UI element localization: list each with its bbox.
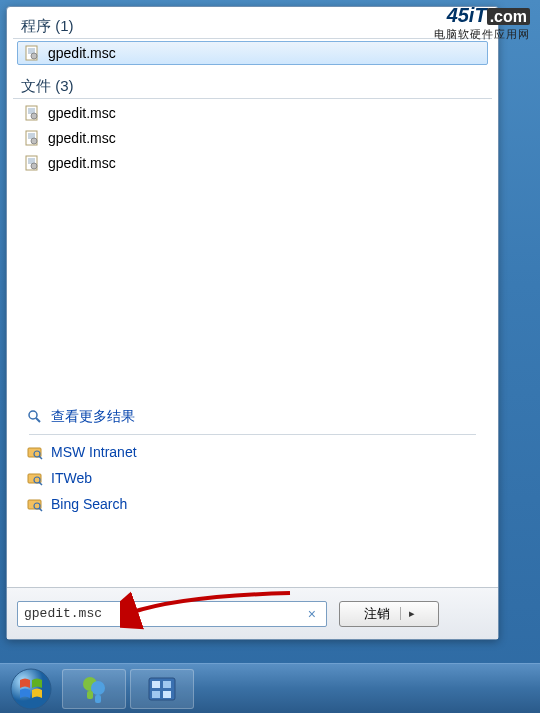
svg-rect-35 [95, 695, 101, 703]
search-folder-icon [27, 470, 43, 486]
search-input[interactable] [24, 606, 304, 621]
divider [29, 434, 476, 435]
start-menu-panel: 程序 (1) gpedit.msc 文件 (3) gpedit.msc [6, 6, 499, 640]
windows-orb-icon [10, 668, 52, 710]
messenger-icon [79, 674, 109, 704]
taskbar-app-switcher[interactable] [130, 669, 194, 709]
msc-file-icon [24, 45, 40, 61]
link-label: 查看更多结果 [51, 408, 135, 426]
search-folder-icon [27, 444, 43, 460]
svg-line-30 [39, 508, 42, 511]
clear-search-icon[interactable]: × [304, 606, 320, 622]
links-section: 查看更多结果 MSW Intranet ITWeb [19, 404, 486, 517]
svg-point-20 [29, 411, 37, 419]
logout-arrow-icon[interactable]: ▸ [400, 607, 415, 620]
svg-point-9 [31, 113, 37, 119]
link-label: Bing Search [51, 496, 127, 512]
file-result-item[interactable]: gpedit.msc [17, 126, 488, 150]
link-label: MSW Intranet [51, 444, 137, 460]
start-menu-bottom-bar: × 注销 ▸ [7, 587, 498, 639]
see-more-results-link[interactable]: 查看更多结果 [19, 404, 486, 430]
svg-rect-37 [152, 681, 160, 688]
watermark-subtitle: 电脑软硬件应用网 [434, 27, 530, 42]
svg-point-33 [91, 681, 105, 695]
taskbar [0, 663, 540, 713]
search-provider-link[interactable]: MSW Intranet [19, 439, 486, 465]
search-box[interactable]: × [17, 601, 327, 627]
svg-rect-38 [163, 681, 171, 688]
files-section-header: 文件 (3) [13, 73, 492, 99]
svg-rect-40 [163, 691, 171, 698]
svg-point-31 [11, 669, 51, 709]
magnifier-icon [27, 409, 43, 425]
logout-button[interactable]: 注销 ▸ [339, 601, 439, 627]
svg-point-19 [31, 163, 37, 169]
svg-line-27 [39, 482, 42, 485]
svg-rect-34 [87, 691, 93, 699]
program-result-item[interactable]: gpedit.msc [17, 41, 488, 65]
search-provider-link[interactable]: ITWeb [19, 465, 486, 491]
svg-point-4 [31, 53, 37, 59]
watermark-brand: 45iT [447, 4, 487, 26]
result-label: gpedit.msc [48, 155, 116, 171]
file-result-item[interactable]: gpedit.msc [17, 101, 488, 125]
link-label: ITWeb [51, 470, 92, 486]
svg-line-21 [36, 418, 40, 422]
watermark: 45iT.com 电脑软硬件应用网 [434, 4, 530, 42]
logout-label: 注销 [364, 605, 390, 623]
taskbar-app-messenger[interactable] [62, 669, 126, 709]
watermark-suffix: .com [487, 8, 530, 25]
programs-section-header: 程序 (1) [13, 13, 492, 39]
svg-point-14 [31, 138, 37, 144]
result-label: gpedit.msc [48, 130, 116, 146]
file-result-item[interactable]: gpedit.msc [17, 151, 488, 175]
start-button[interactable] [4, 666, 58, 712]
search-results-area: 程序 (1) gpedit.msc 文件 (3) gpedit.msc [13, 13, 492, 581]
msc-file-icon [24, 155, 40, 171]
result-label: gpedit.msc [48, 45, 116, 61]
search-provider-link[interactable]: Bing Search [19, 491, 486, 517]
svg-rect-39 [152, 691, 160, 698]
svg-line-24 [39, 456, 42, 459]
task-view-icon [147, 676, 177, 702]
result-label: gpedit.msc [48, 105, 116, 121]
msc-file-icon [24, 130, 40, 146]
msc-file-icon [24, 105, 40, 121]
search-folder-icon [27, 496, 43, 512]
